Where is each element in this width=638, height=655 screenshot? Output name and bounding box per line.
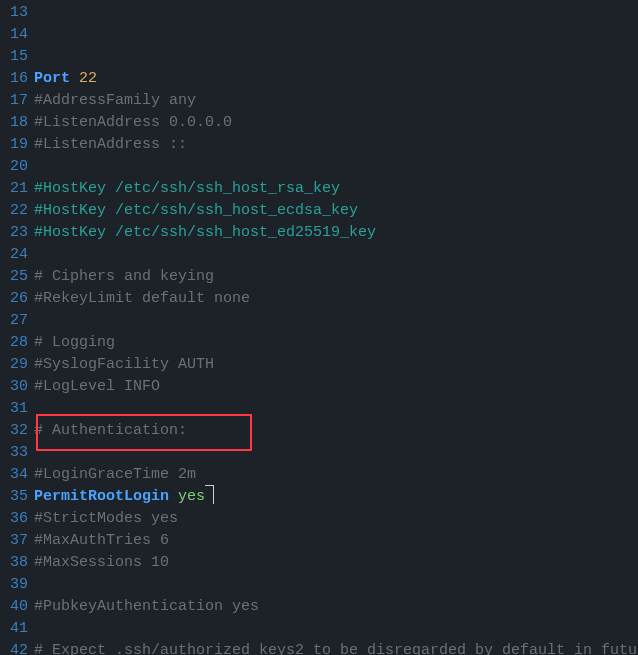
code-line[interactable] <box>34 156 638 178</box>
line-number: 40 <box>0 596 28 618</box>
line-number: 19 <box>0 134 28 156</box>
line-number: 33 <box>0 442 28 464</box>
line-number: 18 <box>0 112 28 134</box>
token-comment: #LoginGraceTime 2m <box>34 466 196 483</box>
code-line[interactable]: #ListenAddress 0.0.0.0 <box>34 112 638 134</box>
code-editor[interactable]: 1314151617181920212223242526272829303132… <box>0 0 638 655</box>
token-comment: #AddressFamily any <box>34 92 196 109</box>
line-number: 39 <box>0 574 28 596</box>
code-line[interactable]: Port 22 <box>34 68 638 90</box>
line-number: 36 <box>0 508 28 530</box>
code-line[interactable]: #PubkeyAuthentication yes <box>34 596 638 618</box>
line-number: 21 <box>0 178 28 200</box>
token-comment: #HostKey /etc/ssh/ssh_host_ecdsa_key <box>34 202 358 219</box>
line-number: 30 <box>0 376 28 398</box>
code-line[interactable]: #ListenAddress :: <box>34 134 638 156</box>
token-comment: # Authentication: <box>34 422 187 439</box>
token-keyword: PermitRootLogin <box>34 488 169 505</box>
token-comment: #SyslogFacility AUTH <box>34 356 214 373</box>
token-comment: #LogLevel INFO <box>34 378 160 395</box>
code-line[interactable]: #LoginGraceTime 2m <box>34 464 638 486</box>
code-line[interactable] <box>34 574 638 596</box>
code-line[interactable]: #HostKey /etc/ssh/ssh_host_ecdsa_key <box>34 200 638 222</box>
code-area[interactable]: Port 22#AddressFamily any#ListenAddress … <box>34 2 638 655</box>
line-number: 34 <box>0 464 28 486</box>
line-number: 13 <box>0 2 28 24</box>
line-number: 41 <box>0 618 28 640</box>
token-value: yes <box>178 488 205 505</box>
line-number: 35 <box>0 486 28 508</box>
token-comment: #StrictModes yes <box>34 510 178 527</box>
token-number: 22 <box>79 70 97 87</box>
code-line[interactable]: # Logging <box>34 332 638 354</box>
line-number: 26 <box>0 288 28 310</box>
code-line[interactable]: #MaxSessions 10 <box>34 552 638 574</box>
token-comment: #MaxAuthTries 6 <box>34 532 169 549</box>
line-number: 22 <box>0 200 28 222</box>
code-line[interactable] <box>34 398 638 420</box>
line-number: 23 <box>0 222 28 244</box>
code-line[interactable]: #RekeyLimit default none <box>34 288 638 310</box>
line-number: 15 <box>0 46 28 68</box>
code-line[interactable]: # Authentication: <box>34 420 638 442</box>
token-comment: #MaxSessions 10 <box>34 554 169 571</box>
line-number: 37 <box>0 530 28 552</box>
code-line[interactable]: # Ciphers and keying <box>34 266 638 288</box>
token-comment: #RekeyLimit default none <box>34 290 250 307</box>
code-line[interactable]: #StrictModes yes <box>34 508 638 530</box>
code-line[interactable]: #AddressFamily any <box>34 90 638 112</box>
line-number: 38 <box>0 552 28 574</box>
token-comment: #HostKey /etc/ssh/ssh_host_rsa_key <box>34 180 340 197</box>
code-line[interactable]: #MaxAuthTries 6 <box>34 530 638 552</box>
line-number: 25 <box>0 266 28 288</box>
code-line[interactable]: # Expect .ssh/authorized_keys2 to be dis… <box>34 640 638 655</box>
line-number: 28 <box>0 332 28 354</box>
code-line[interactable] <box>34 618 638 640</box>
code-line[interactable] <box>34 442 638 464</box>
line-number: 24 <box>0 244 28 266</box>
line-number: 20 <box>0 156 28 178</box>
text-cursor <box>205 485 214 504</box>
token-comment: #HostKey /etc/ssh/ssh_host_ed25519_key <box>34 224 376 241</box>
token-comment: #PubkeyAuthentication yes <box>34 598 259 615</box>
token-comment: #ListenAddress :: <box>34 136 187 153</box>
line-number: 31 <box>0 398 28 420</box>
line-number: 16 <box>0 68 28 90</box>
token-comment: # Expect .ssh/authorized_keys2 to be dis… <box>34 642 637 655</box>
code-line[interactable]: #LogLevel INFO <box>34 376 638 398</box>
token-comment: # Logging <box>34 334 115 351</box>
code-line[interactable]: PermitRootLogin yes <box>34 486 638 508</box>
line-number: 27 <box>0 310 28 332</box>
line-number: 32 <box>0 420 28 442</box>
code-line[interactable] <box>34 310 638 332</box>
token-comment: # Ciphers and keying <box>34 268 214 285</box>
line-number-gutter: 1314151617181920212223242526272829303132… <box>0 2 34 655</box>
line-number: 29 <box>0 354 28 376</box>
code-line[interactable] <box>34 244 638 266</box>
token-comment: #ListenAddress 0.0.0.0 <box>34 114 232 131</box>
code-line[interactable]: #HostKey /etc/ssh/ssh_host_ed25519_key <box>34 222 638 244</box>
line-number: 14 <box>0 24 28 46</box>
token-keyword: Port <box>34 70 70 87</box>
line-number: 17 <box>0 90 28 112</box>
line-number: 42 <box>0 640 28 655</box>
code-line[interactable]: #HostKey /etc/ssh/ssh_host_rsa_key <box>34 178 638 200</box>
code-line[interactable]: #SyslogFacility AUTH <box>34 354 638 376</box>
